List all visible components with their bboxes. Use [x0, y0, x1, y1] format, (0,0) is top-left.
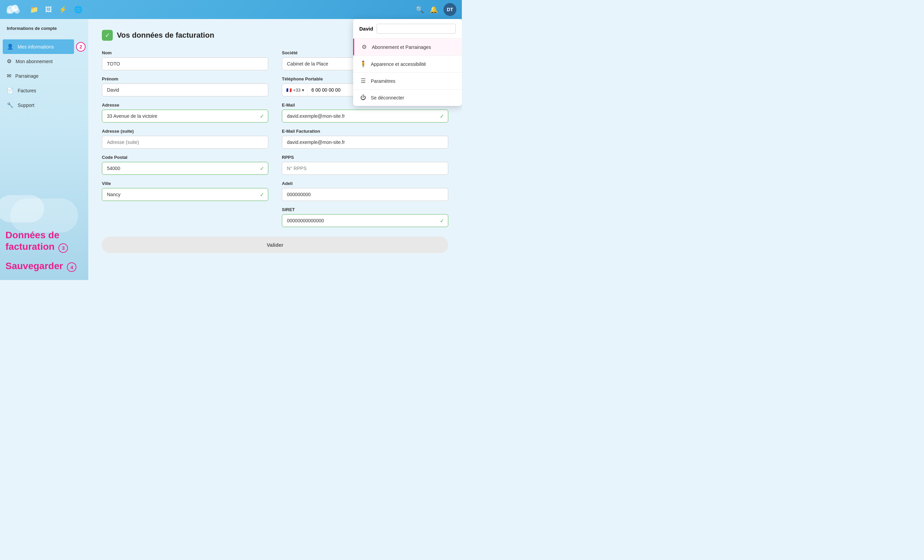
sidebar: Informations de compte 👤 Mes information…	[0, 19, 88, 280]
sidebar-item-mon-abonnement[interactable]: ⚙ Mon abonnement	[0, 54, 88, 69]
email-facturation-input[interactable]	[282, 136, 448, 149]
phone-prefix: +33	[293, 88, 300, 93]
adresse-check: ✓	[260, 113, 264, 120]
nav-icons: 📁 🖼 ⚡ 🌐	[30, 5, 82, 13]
email-facturation-group: E-Mail Facturation	[282, 129, 448, 149]
code-postal-input[interactable]	[102, 162, 268, 175]
globe-icon[interactable]: 🌐	[74, 5, 82, 13]
user-icon: 👤	[7, 43, 14, 50]
siret-input-wrapper: ✓	[282, 214, 448, 227]
badge-3: 3	[58, 243, 68, 253]
rpps-label: RPPS	[282, 155, 448, 160]
rpps-input[interactable]	[282, 162, 448, 175]
svg-point-2	[14, 8, 20, 13]
dropdown-item-parametres[interactable]: ☰ Paramètres	[353, 73, 462, 89]
ville-input[interactable]	[102, 188, 268, 201]
sidebar-item-label: Support	[18, 102, 34, 108]
wrench-icon: 🔧	[7, 102, 14, 108]
document-icon: 📄	[7, 87, 14, 94]
dropdown-search-input[interactable]	[376, 24, 456, 34]
check-icon: ✓	[102, 30, 113, 41]
email-input[interactable]	[282, 109, 448, 123]
ville-label: Ville	[102, 181, 268, 186]
flag-emoji: 🇫🇷	[286, 88, 292, 93]
ville-group: Ville ✓	[102, 181, 268, 201]
dropdown-item-label: Se déconnecter	[371, 95, 404, 100]
prenom-input[interactable]	[102, 84, 268, 96]
email-input-wrapper: ✓	[282, 109, 448, 123]
phone-flag-selector[interactable]: 🇫🇷 +33 ▾	[282, 84, 308, 96]
code-postal-label: Code Postal	[102, 155, 268, 160]
cloud-decoration-1	[0, 195, 44, 222]
siret-label: SIRET	[282, 207, 448, 212]
validate-button[interactable]: Valider	[102, 237, 448, 253]
dropdown-item-label: Abonnement et Parrainages	[372, 45, 431, 50]
lightning-icon[interactable]: ⚡	[59, 5, 67, 13]
adresse-suite-group: Adresse (suite)	[102, 129, 268, 149]
email-check: ✓	[440, 113, 444, 120]
cloud-decoration-2	[10, 199, 78, 232]
rpps-group: RPPS	[282, 155, 448, 175]
phone-arrow: ▾	[302, 88, 304, 93]
email-facturation-label: E-Mail Facturation	[282, 129, 448, 134]
sidebar-save-label[interactable]: Sauvegarder 4	[5, 261, 76, 272]
sidebar-section-title: Informations de compte	[0, 26, 63, 37]
adresse-input[interactable]	[102, 109, 268, 123]
siret-check: ✓	[440, 217, 444, 224]
adeli-group: Adeli	[282, 181, 448, 201]
sidebar-item-mes-informations[interactable]: 👤 Mes informations	[3, 39, 74, 54]
dropdown-item-abonnement[interactable]: ⚙ Abonnement et Parrainages	[353, 39, 462, 55]
sidebar-item-label: Mon abonnement	[16, 59, 52, 64]
top-nav-right: 🔍 🔔 DT	[416, 3, 456, 16]
bell-icon[interactable]: 🔔	[430, 5, 438, 13]
sidebar-item-support[interactable]: 🔧 Support	[0, 98, 88, 112]
adresse-input-wrapper: ✓	[102, 109, 268, 123]
adeli-input[interactable]	[282, 188, 448, 201]
prenom-label: Prénom	[102, 76, 268, 81]
adresse-label: Adresse	[102, 102, 268, 108]
user-dropdown-menu: David ⚙ Abonnement et Parrainages 🧍 Appa…	[353, 19, 462, 106]
sidebar-header-row: Informations de compte	[0, 26, 88, 37]
sidebar-item-parrainage[interactable]: ✉ Parrainage	[0, 69, 88, 83]
ville-input-wrapper: ✓	[102, 188, 268, 201]
svg-point-3	[6, 9, 11, 14]
siret-group: SIRET ✓	[282, 207, 448, 227]
prenom-group: Prénom	[102, 76, 268, 96]
ville-check: ✓	[260, 192, 264, 198]
sidebar-item-label: Factures	[18, 88, 36, 93]
dropdown-username: David	[359, 26, 373, 31]
dropdown-item-apparence[interactable]: 🧍 Apparence et accessibilité	[353, 55, 462, 72]
siret-input[interactable]	[282, 214, 448, 227]
adresse-suite-label: Adresse (suite)	[102, 129, 268, 134]
nom-group: Nom	[102, 50, 268, 70]
search-icon[interactable]: 🔍	[416, 5, 424, 13]
sidebar-item-label: Parrainage	[15, 73, 39, 79]
envelope-icon: ✉	[7, 73, 11, 79]
dropdown-item-deconnecter[interactable]: ⏻ Se déconnecter	[353, 90, 462, 106]
code-postal-input-wrapper: ✓	[102, 162, 268, 175]
adresse-suite-input[interactable]	[102, 136, 268, 149]
list-icon: ☰	[359, 77, 367, 84]
nom-input[interactable]	[102, 57, 268, 70]
sidebar-item-label: Mes informations	[18, 44, 54, 49]
code-postal-check: ✓	[260, 165, 264, 172]
user-avatar[interactable]: DT	[444, 3, 456, 16]
image-icon[interactable]: 🖼	[45, 6, 52, 13]
top-navigation: 📁 🖼 ⚡ 🌐 🔍 🔔 DT	[0, 0, 462, 19]
badge-4: 4	[67, 262, 76, 272]
gear-icon: ⚙	[7, 58, 12, 64]
folder-icon[interactable]: 📁	[30, 5, 38, 13]
app-logo	[5, 3, 22, 16]
gear-icon: ⚙	[360, 43, 368, 51]
adresse-group: Adresse ✓	[102, 102, 268, 123]
dropdown-header: David	[353, 19, 462, 39]
dropdown-item-label: Apparence et accessibilité	[371, 61, 426, 67]
badge-2: 2	[76, 42, 86, 52]
nom-label: Nom	[102, 50, 268, 55]
sidebar-facturation-label: Données de facturation 3	[5, 229, 68, 253]
code-postal-group: Code Postal ✓	[102, 155, 268, 175]
section-title: Vos données de facturation	[117, 31, 214, 40]
adeli-label: Adeli	[282, 181, 448, 186]
person-icon: 🧍	[359, 60, 367, 67]
sidebar-item-factures[interactable]: 📄 Factures	[0, 83, 88, 98]
